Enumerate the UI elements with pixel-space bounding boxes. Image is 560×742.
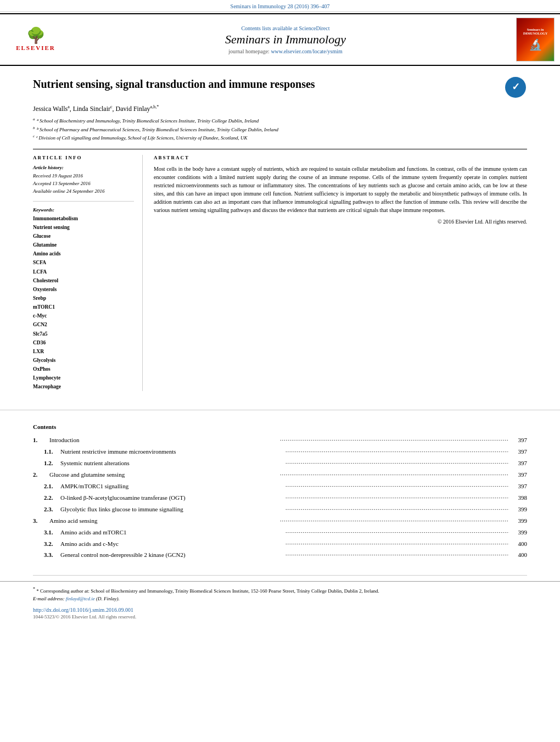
toc-label-1-2: Systemic nutrient alterations <box>60 458 284 469</box>
toc-num-3: 3. <box>33 515 49 527</box>
journal-name: Seminars in Immunology <box>66 32 505 47</box>
footnote-star-text: * Corresponding author at: School of Bio… <box>36 588 379 594</box>
keywords-block: Keywords: Immunometabolism Nutrient sens… <box>33 207 134 392</box>
toc-page-2-3: 399 <box>511 504 527 515</box>
keyword-oxysterols: Oxysterols <box>33 285 134 294</box>
sciencedirect-line: Contents lists available at ScienceDirec… <box>66 25 505 31</box>
toc-label-3-2: Amino acids and c-Myc <box>60 538 284 550</box>
toc-label-2-3: Glycolytic flux links glucose to immune … <box>60 504 284 515</box>
keyword-scfa: SCFA <box>33 258 134 267</box>
email-suffix: (D. Finlay). <box>96 596 120 601</box>
toc-page-3-1: 399 <box>511 527 527 538</box>
article-title-text: Nutrient sensing, signal transduction an… <box>33 77 315 91</box>
footnote-section: * * Corresponding author at: School of B… <box>0 581 560 602</box>
author-david: David Finlaya,b,* <box>116 105 159 113</box>
toc-page-1: 397 <box>511 434 527 446</box>
toc-num-3-1: 3.1. <box>33 527 60 538</box>
toc-label-1-1: Nutrient restrictive immune microenviron… <box>60 446 284 458</box>
accepted-text: Accepted 13 September 2016 <box>33 180 134 187</box>
keyword-glycolysis: Glycolysis <box>33 356 134 365</box>
toc-page-1-1: 397 <box>511 446 527 458</box>
left-column: ARTICLE INFO Article history: Received 1… <box>33 155 143 392</box>
homepage-line: journal homepage: www.elsevier.com/locat… <box>66 48 505 54</box>
toc-item-2-3: 2.3. Glycolytic flux links glucose to im… <box>33 504 527 515</box>
keyword-amino-acids: Amino acids <box>33 249 134 258</box>
toc-page-3: 399 <box>511 515 527 527</box>
keyword-gcn2: GCN2 <box>33 320 134 329</box>
authors-line: Jessica Wallsa, Linda Sinclairc, David F… <box>33 104 527 113</box>
keyword-immunometabolism: Immunometabolism <box>33 214 134 223</box>
crossmark-badge: ✓ <box>505 77 527 99</box>
toc-dots-1: ········································… <box>280 435 509 445</box>
sciencedirect-link-text[interactable]: ScienceDirect <box>299 25 329 31</box>
keyword-srebp: Srebp <box>33 294 134 303</box>
toc-label-2: Glucose and glutamine sensing <box>49 469 278 481</box>
toc-dots-1-2: ········································… <box>285 458 509 468</box>
toc-page-3-2: 400 <box>511 538 527 550</box>
toc-item-1-2: 1.2. Systemic nutrient alterations ·····… <box>33 458 527 469</box>
toc-item-1-1: 1.1. Nutrient restrictive immune microen… <box>33 446 527 458</box>
toc-label-1: Introduction <box>49 434 278 446</box>
keyword-cmyc: c-Myc <box>33 311 134 320</box>
toc-item-3-1: 3.1. Amino acids and mTORC1 ············… <box>33 527 527 538</box>
keyword-nutrient-sensing: Nutrient sensing <box>33 223 134 232</box>
toc-item-3-2: 3.2. Amino acids and c-Myc ·············… <box>33 538 527 550</box>
issn-text: 1044-5323/© 2016 Elsevier Ltd. All right… <box>33 614 527 620</box>
homepage-url[interactable]: www.elsevier.com/locate/ysmim <box>271 48 342 54</box>
keyword-lymphocyte: Lymphocyte <box>33 373 134 382</box>
keyword-glutamine: Glutamine <box>33 241 134 249</box>
section-divider-1 <box>0 410 560 410</box>
toc-num-1: 1. <box>33 434 49 446</box>
footnote-star: * * Corresponding author at: School of B… <box>33 586 527 595</box>
citation-text: Seminars in Immunology 28 (2016) 396–407 <box>231 3 330 9</box>
keyword-slc7a5: Slc7a5 <box>33 330 134 338</box>
contents-label: Contents lists available at <box>241 25 297 31</box>
abstract-text: Most cells in the body have a constant s… <box>154 165 527 214</box>
toc-dots-2: ········································… <box>280 470 509 480</box>
page: Seminars in Immunology 28 (2016) 396–407… <box>0 0 560 742</box>
email-label: E-mail address: <box>33 596 64 601</box>
toc-dots-3-1: ········································… <box>285 527 509 538</box>
affiliation-b: b ᵇ School of Pharmacy and Pharmaceutica… <box>33 125 527 134</box>
toc-num-2-2: 2.2. <box>33 492 60 504</box>
copyright-line: © 2016 Elsevier Ltd. All rights reserved… <box>154 219 527 225</box>
journal-center: Contents lists available at ScienceDirec… <box>66 25 505 54</box>
toc-item-1: 1. Introduction ························… <box>33 434 527 446</box>
article-history-block: Article history: Received 19 August 2016… <box>33 165 134 202</box>
toc-num-2-3: 2.3. <box>33 504 60 515</box>
doi-link[interactable]: http://dx.doi.org/10.1016/j.smim.2016.09… <box>33 607 527 613</box>
affiliation-a: a ᵃ School of Biochemistry and Immunolog… <box>33 116 527 125</box>
abstract-heading: ABSTRACT <box>154 155 527 160</box>
keyword-cd36: CD36 <box>33 338 134 347</box>
logo-seminars-text: Seminars inIMMUNOLOGY <box>523 28 548 36</box>
section-divider-2 <box>33 575 527 576</box>
sup-abc: a,b,* <box>150 104 159 109</box>
article-title-row: Nutrient sensing, signal transduction an… <box>33 77 527 99</box>
sup-c: c <box>110 104 113 109</box>
available-text: Available online 24 September 2016 <box>33 187 134 195</box>
contents-title: Contents <box>33 423 527 430</box>
affiliations-block: a ᵃ School of Biochemistry and Immunolog… <box>33 116 527 142</box>
keyword-macrophage: Macrophage <box>33 382 134 391</box>
toc-item-2: 2. Glucose and glutamine sensing ·······… <box>33 469 527 481</box>
toc-dots-2-3: ········································… <box>285 504 509 515</box>
email-address[interactable]: finlayd@tcd.ie <box>66 596 95 601</box>
article-content: Nutrient sensing, signal transduction an… <box>0 66 560 402</box>
toc-num-1-2: 1.2. <box>33 458 60 469</box>
toc-page-2-1: 397 <box>511 481 527 492</box>
contents-section: Contents 1. Introduction ···············… <box>0 418 560 572</box>
elsevier-tree-icon: 🌳 <box>26 28 46 43</box>
toc-num-2-1: 2.1. <box>33 481 60 492</box>
toc-num-3-3: 3.3. <box>33 549 60 561</box>
received-text: Received 19 August 2016 <box>33 172 134 180</box>
crossmark-icon: ✓ <box>505 77 526 98</box>
toc-label-2-2: O-linked β-N-acetylglucosamine transfera… <box>60 492 284 504</box>
keyword-cholesterol: Cholesterol <box>33 276 134 285</box>
toc-page-1-2: 397 <box>511 458 527 469</box>
keywords-label: Keywords: <box>33 207 134 213</box>
toc-num-1-1: 1.1. <box>33 446 60 458</box>
toc-num-2: 2. <box>33 469 49 481</box>
keyword-lxr: LXR <box>33 347 134 356</box>
keyword-oxphos: OxPhos <box>33 365 134 373</box>
toc-item-2-1: 2.1. AMPK/mTORC1 signalling ············… <box>33 481 527 492</box>
